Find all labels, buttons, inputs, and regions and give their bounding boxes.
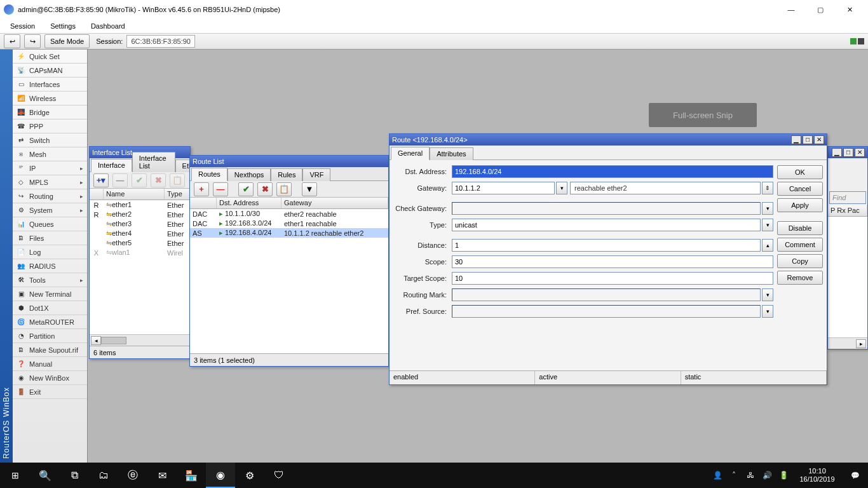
sidebar-item-metarouter[interactable]: 🌀MetaROUTER — [13, 315, 87, 329]
tray-up-icon[interactable]: ˄ — [726, 463, 742, 488]
input-scope[interactable]: 30 — [452, 255, 773, 268]
routelist-disable-button[interactable]: ✖ — [257, 182, 273, 196]
comment-button[interactable]: Comment — [777, 238, 823, 252]
battery-icon[interactable]: 🔋 — [775, 463, 792, 488]
sidebar-item-routing[interactable]: ↪Routing▸ — [13, 189, 87, 203]
iflist-add-button[interactable]: +▾ — [93, 173, 109, 187]
input-distance[interactable]: 1 — [452, 239, 761, 252]
search-icon[interactable]: 🔍 — [31, 463, 60, 488]
winbox-task-icon[interactable]: ◉ — [206, 463, 235, 488]
tab-interface[interactable]: Interface — [91, 159, 132, 172]
tab-general[interactable]: General — [391, 147, 430, 160]
safe-mode-button[interactable]: Safe Mode — [44, 34, 90, 48]
iflist-row[interactable]: ⇋ether4Ether — [90, 229, 190, 238]
sidebar-item-interfaces[interactable]: ▭Interfaces — [13, 78, 87, 92]
distance-caret-icon[interactable]: ▴ — [762, 239, 773, 252]
edge-icon[interactable]: ⓔ — [118, 463, 147, 488]
sidebar-item-tools[interactable]: 🛠Tools▸ — [13, 273, 87, 287]
bg-min-icon[interactable]: ▁ — [832, 148, 842, 157]
sidebar-item-quick-set[interactable]: ⚡Quick Set — [13, 50, 87, 64]
routelist-row[interactable]: AS▸ 192.168.4.0/2410.1.1.2 reachable eth… — [190, 228, 388, 238]
task-view-icon[interactable]: ⧉ — [60, 463, 89, 488]
input-gateway[interactable]: 10.1.1.2 — [452, 182, 555, 194]
action-center-icon[interactable]: 💬 — [843, 463, 868, 488]
sidebar-item-system[interactable]: ⚙System▸ — [13, 203, 87, 217]
iflist-body[interactable]: R⇋ether1EtherR⇋ether2Ether⇋ether3Ether⇋e… — [90, 200, 190, 334]
menu-session[interactable]: Session — [4, 21, 41, 31]
sidebar-item-log[interactable]: 📄Log — [13, 245, 87, 259]
bg-scroll-h[interactable]: ▸ — [828, 337, 867, 349]
sidebar-item-make-supout-rif[interactable]: 🗎Make Supout.rif — [13, 343, 87, 357]
sidebar-item-dot1x[interactable]: ⬢Dot1X — [13, 301, 87, 315]
routelist-add-button[interactable]: + — [194, 182, 209, 196]
routelist-comment-button[interactable]: 📋 — [276, 182, 292, 196]
gateway-dropdown-icon[interactable]: ▾ — [556, 182, 567, 194]
iflist-remove-button[interactable]: — — [112, 173, 128, 187]
disable-button[interactable]: Disable — [777, 221, 823, 235]
iflist-enable-button[interactable]: ✔ — [132, 173, 147, 187]
psrc-caret-icon[interactable]: ▾ — [762, 305, 773, 318]
input-pref-source[interactable] — [452, 305, 761, 318]
iflist-row[interactable]: ⇋ether5Ether — [90, 238, 190, 248]
menu-settings[interactable]: Settings — [44, 21, 82, 31]
taskbar-clock[interactable]: 10:10 16/10/2019 — [792, 463, 843, 487]
routelist-row[interactable]: DAC▸ 10.1.1.0/30ether2 reachable — [190, 209, 388, 219]
sidebar-item-manual[interactable]: ❓Manual — [13, 357, 87, 371]
sidebar-item-ppp[interactable]: ☎PPP — [13, 119, 87, 133]
start-button[interactable]: ⊞ — [0, 463, 31, 488]
bg-col-rx[interactable]: P Rx Pac — [828, 205, 867, 216]
tab-ethe[interactable]: Ethe — [175, 159, 190, 172]
routelist-body[interactable]: DAC▸ 10.1.1.0/30ether2 reachableDAC▸ 192… — [190, 209, 388, 353]
sidebar-item-ip[interactable]: ᴵᴾIP▸ — [13, 161, 87, 175]
bg-close-icon[interactable]: ✕ — [855, 148, 865, 157]
sidebar-item-bridge[interactable]: 🌉Bridge — [13, 105, 87, 119]
routelist-col-dst[interactable]: Dst. Address — [217, 198, 281, 208]
tab-nexthops[interactable]: Nexthops — [227, 168, 271, 181]
sidebar-item-mesh[interactable]: ⨳Mesh — [13, 147, 87, 161]
iflist-row[interactable]: ⇋ether3Ether — [90, 219, 190, 229]
routedlg-min-button[interactable]: ▁ — [791, 135, 801, 144]
check-gateway-caret-icon[interactable]: ▾ — [762, 202, 773, 215]
input-check-gateway[interactable] — [452, 202, 761, 215]
sidebar-item-files[interactable]: 🗎Files — [13, 231, 87, 245]
find-input[interactable]: Find — [829, 191, 866, 204]
tab-interface-list[interactable]: Interface List — [132, 152, 175, 172]
mail-icon[interactable]: ✉ — [147, 463, 177, 488]
iflist-disable-button[interactable]: ✖ — [151, 173, 166, 187]
routedlg-max-button[interactable]: □ — [803, 135, 813, 144]
redo-button[interactable]: ↪ — [24, 34, 41, 48]
sidebar-item-new-winbox[interactable]: ◉New WinBox — [13, 371, 87, 385]
bg-max-icon[interactable]: □ — [843, 148, 853, 157]
sidebar-item-switch[interactable]: ⇄Switch — [13, 133, 87, 147]
settings-task-icon[interactable]: ⚙ — [235, 463, 264, 488]
undo-button[interactable]: ↩ — [4, 34, 20, 48]
iflist-row[interactable]: R⇋ether1Ether — [90, 200, 190, 210]
close-button[interactable]: ✕ — [835, 0, 864, 19]
sidebar-item-radius[interactable]: 👥RADIUS — [13, 259, 87, 273]
sidebar-item-capsman[interactable]: 📡CAPsMAN — [13, 64, 87, 78]
sidebar-item-queues[interactable]: 📊Queues — [13, 217, 87, 231]
status-hide-icon[interactable] — [858, 38, 864, 44]
routelist-remove-button[interactable]: — — [213, 182, 228, 196]
input-target-scope[interactable]: 10 — [452, 272, 773, 285]
input-dst-address[interactable]: 192.168.4.0/24 — [452, 165, 773, 178]
tab-vrf[interactable]: VRF — [302, 168, 330, 181]
security-task-icon[interactable]: 🛡 — [264, 463, 294, 488]
routedlg-close-button[interactable]: ✕ — [814, 135, 824, 144]
people-icon[interactable]: 👤 — [709, 463, 726, 488]
full-screen-snip-button[interactable]: Full-screen Snip — [649, 103, 757, 127]
iflist-col-type[interactable]: Type — [165, 189, 190, 200]
rmark-caret-icon[interactable]: ▾ — [762, 288, 773, 301]
routelist-row[interactable]: DAC▸ 192.168.3.0/24ether1 reachable — [190, 219, 388, 228]
routelist-filter-button[interactable]: ▼ — [302, 182, 317, 196]
tab-rules[interactable]: Rules — [271, 168, 302, 181]
file-explorer-icon[interactable]: 🗂 — [89, 463, 118, 488]
maximize-button[interactable]: ▢ — [806, 0, 835, 19]
volume-icon[interactable]: 🔊 — [759, 463, 775, 488]
minimize-button[interactable]: — — [776, 0, 806, 19]
menu-dashboard[interactable]: Dashboard — [85, 21, 132, 31]
network-icon[interactable]: 🖧 — [742, 463, 759, 488]
sidebar-item-mpls[interactable]: ◇MPLS▸ — [13, 175, 87, 189]
input-type[interactable]: unicast — [452, 219, 761, 231]
iflist-comment-button[interactable]: 📋 — [170, 173, 185, 187]
